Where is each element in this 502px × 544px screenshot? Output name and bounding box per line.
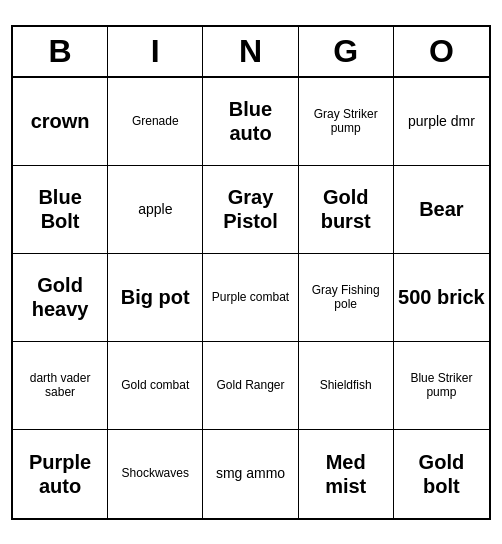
bingo-cell: Gray Pistol (203, 166, 298, 254)
bingo-cell: smg ammo (203, 430, 298, 518)
bingo-cell: apple (108, 166, 203, 254)
header-letter: B (13, 27, 108, 76)
bingo-cell: purple dmr (394, 78, 489, 166)
bingo-cell: Gold Ranger (203, 342, 298, 430)
bingo-cell: Blue Striker pump (394, 342, 489, 430)
bingo-grid: crownGrenadeBlue autoGray Striker pumppu… (13, 78, 489, 518)
bingo-cell: Med mist (299, 430, 394, 518)
bingo-cell: Gray Fishing pole (299, 254, 394, 342)
bingo-cell: Blue auto (203, 78, 298, 166)
bingo-card: BINGO crownGrenadeBlue autoGray Striker … (11, 25, 491, 520)
bingo-cell: Blue Bolt (13, 166, 108, 254)
bingo-cell: Big pot (108, 254, 203, 342)
bingo-cell: Shockwaves (108, 430, 203, 518)
bingo-cell: Purple auto (13, 430, 108, 518)
bingo-cell: Shieldfish (299, 342, 394, 430)
header-letter: N (203, 27, 298, 76)
bingo-cell: Bear (394, 166, 489, 254)
bingo-cell: 500 brick (394, 254, 489, 342)
bingo-cell: Gray Striker pump (299, 78, 394, 166)
bingo-cell: darth vader saber (13, 342, 108, 430)
header-letter: G (299, 27, 394, 76)
bingo-cell: crown (13, 78, 108, 166)
bingo-cell: Gold bolt (394, 430, 489, 518)
bingo-cell: Purple combat (203, 254, 298, 342)
bingo-cell: Gold heavy (13, 254, 108, 342)
header-letter: O (394, 27, 489, 76)
bingo-cell: Gold burst (299, 166, 394, 254)
header-letter: I (108, 27, 203, 76)
bingo-cell: Grenade (108, 78, 203, 166)
bingo-header: BINGO (13, 27, 489, 78)
bingo-cell: Gold combat (108, 342, 203, 430)
